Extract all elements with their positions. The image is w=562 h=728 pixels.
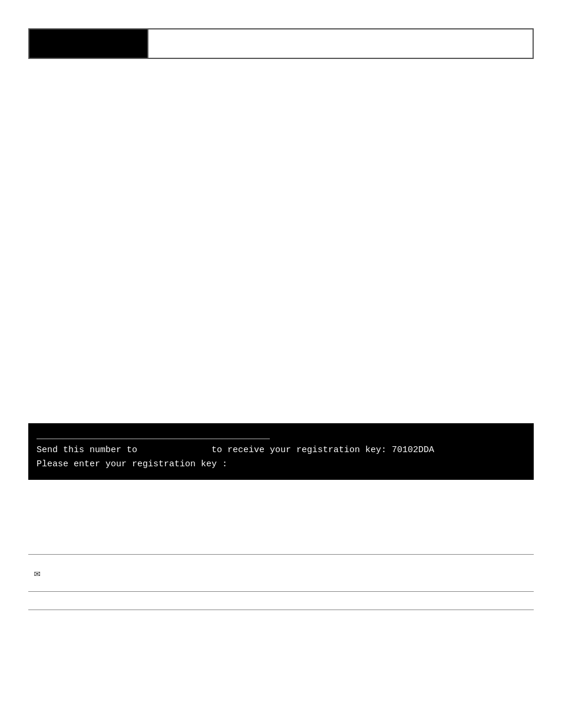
header-black-block — [29, 29, 147, 58]
terminal-please-enter: Please enter your registration key : — [37, 457, 525, 472]
envelope-row: ✉ — [28, 566, 534, 579]
header-white-block — [147, 29, 533, 58]
terminal-separator: ________________________________________… — [37, 429, 525, 443]
envelope-icon: ✉ — [34, 566, 41, 579]
header-bar — [28, 28, 534, 59]
bottom-line-bottom — [28, 610, 534, 610]
terminal-block: ________________________________________… — [28, 423, 534, 480]
bottom-line-top — [28, 554, 534, 555]
terminal-send-number: Send this number to to receive your regi… — [37, 443, 525, 457]
bottom-area: ✉ — [28, 554, 534, 610]
bottom-line-mid — [28, 591, 534, 592]
